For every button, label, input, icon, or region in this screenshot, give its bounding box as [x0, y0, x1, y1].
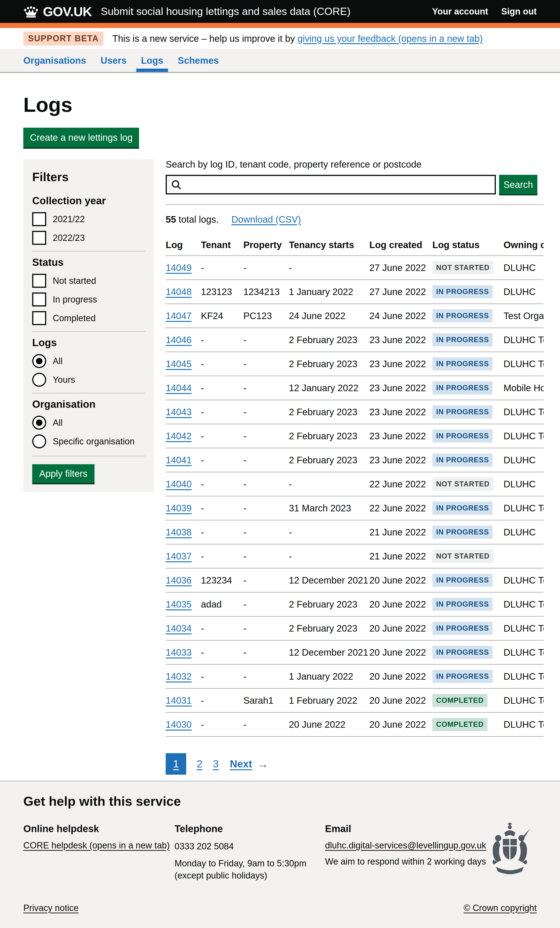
radio-circle[interactable] — [32, 373, 46, 387]
log-id-link[interactable]: 14044 — [166, 383, 192, 393]
core-helpdesk-link[interactable]: CORE helpdesk (opens in a new tab) — [23, 841, 169, 850]
radio-circle[interactable] — [32, 354, 46, 368]
table-row: 14047KF24PC12324 June 202224 June 2022IN… — [166, 304, 544, 328]
created-cell: 20 June 2022 — [369, 592, 432, 617]
govuk-header: GOV.UK Submit social housing lettings an… — [0, 0, 560, 28]
filter-group-heading: Status — [32, 256, 145, 268]
total-logs-suffix: total logs. — [176, 214, 219, 224]
pagination-page-2[interactable]: 2 — [197, 758, 202, 770]
privacy-notice-link[interactable]: Privacy notice — [23, 903, 79, 913]
table-row: 14030--20 June 202220 June 2022COMPLETED… — [166, 713, 544, 737]
pagination-page-3[interactable]: 3 — [213, 758, 218, 770]
owning-organisation-cell: DLUHC Test — [504, 617, 544, 641]
checkbox-in-progress[interactable]: In progress — [32, 293, 145, 307]
total-logs-count: 55 — [166, 214, 176, 224]
tenancy-starts-cell: 2 February 2023 — [289, 592, 369, 617]
service-name-link[interactable]: Submit social housing lettings and sales… — [101, 5, 351, 17]
created-cell: 27 June 2022 — [369, 256, 432, 280]
checkbox-2022-23[interactable]: 2022/23 — [32, 231, 145, 245]
table-row: 14036123234-12 December 202120 June 2022… — [166, 568, 544, 592]
radio-yours[interactable]: Yours — [32, 373, 145, 387]
table-row: 14041--2 February 202323 June 2022IN PRO… — [166, 448, 544, 472]
email-link[interactable]: dluhc.digital-services@levellingup.gov.u… — [325, 841, 486, 850]
log-id-link[interactable]: 14036 — [166, 575, 192, 585]
created-cell: 22 June 2022 — [369, 472, 432, 496]
log-id-link[interactable]: 14037 — [166, 551, 192, 561]
column-header-tenant: Tenant — [201, 235, 243, 256]
download-csv-link[interactable]: Download (CSV) — [232, 214, 301, 224]
tenancy-starts-cell: 2 February 2023 — [289, 617, 369, 641]
radio-circle[interactable] — [32, 434, 46, 448]
telephone-hours: Monday to Friday, 9am to 5:30pm(except p… — [174, 858, 325, 882]
log-id-link[interactable]: 14047 — [166, 311, 192, 321]
option-label: 2021/22 — [53, 214, 85, 224]
log-id-link[interactable]: 14032 — [166, 671, 192, 682]
search-icon — [171, 179, 182, 190]
log-id-link[interactable]: 14038 — [166, 527, 192, 537]
sign-out-link[interactable]: Sign out — [501, 6, 537, 17]
property-cell: 1234213 — [243, 280, 289, 304]
checkbox-completed[interactable]: Completed — [32, 311, 145, 325]
nav-tab-organisations[interactable]: Organisations — [23, 49, 86, 72]
log-id-link[interactable]: 14042 — [166, 431, 192, 441]
tenancy-starts-cell: - — [289, 472, 369, 496]
crown-copyright-link[interactable]: © Crown copyright — [464, 903, 537, 913]
log-id-link[interactable]: 14045 — [166, 359, 192, 369]
status-badge: IN PROGRESS — [432, 453, 493, 467]
log-id-link[interactable]: 14041 — [166, 455, 192, 465]
apply-filters-button[interactable]: Apply filters — [32, 464, 95, 483]
log-id-link[interactable]: 14033 — [166, 647, 192, 658]
log-id-link[interactable]: 14031 — [166, 695, 192, 705]
checkbox-box[interactable] — [32, 231, 46, 245]
created-cell: 21 June 2022 — [369, 520, 432, 544]
tenancy-starts-cell: - — [289, 544, 369, 568]
owning-organisation-cell: DLUHC Test — [504, 592, 544, 617]
checkbox-2021-22[interactable]: 2021/22 — [32, 212, 145, 226]
checkbox-box[interactable] — [32, 212, 46, 226]
log-id-link[interactable]: 14043 — [166, 407, 192, 417]
page-title: Logs — [23, 94, 544, 116]
property-cell: - — [243, 713, 289, 737]
radio-all[interactable]: All — [32, 354, 145, 368]
property-cell: - — [243, 568, 289, 592]
property-cell: - — [243, 641, 289, 664]
logs-table-clip: LogTenantPropertyTenancy startsLog creat… — [166, 235, 544, 737]
checkbox-not-started[interactable]: Not started — [32, 274, 145, 288]
tenant-cell: KF24 — [201, 304, 243, 328]
log-id-link[interactable]: 14039 — [166, 503, 192, 513]
radio-all[interactable]: All — [32, 416, 145, 430]
log-id-link[interactable]: 14030 — [166, 719, 192, 730]
log-id-link[interactable]: 14049 — [166, 263, 192, 273]
log-id-link[interactable]: 14034 — [166, 623, 192, 633]
property-cell: - — [243, 472, 289, 496]
search-button[interactable]: Search — [499, 175, 537, 194]
feedback-link[interactable]: giving us your feedback (opens in a new … — [298, 34, 483, 44]
your-account-link[interactable]: Your account — [432, 6, 488, 17]
log-id-link[interactable]: 14046 — [166, 335, 192, 345]
log-id-link[interactable]: 14040 — [166, 479, 192, 489]
table-header-row: LogTenantPropertyTenancy startsLog creat… — [166, 235, 544, 256]
radio-circle[interactable] — [32, 416, 46, 430]
pagination-page-1-current[interactable]: 1 — [166, 753, 186, 775]
footer-telephone-column: Telephone 0333 202 5084 Monday to Friday… — [174, 823, 325, 882]
checkbox-box[interactable] — [32, 311, 46, 325]
footer-helpdesk-column: Online helpdesk CORE helpdesk (opens in … — [23, 823, 174, 882]
created-cell: 22 June 2022 — [369, 496, 432, 520]
log-id-link[interactable]: 14035 — [166, 599, 192, 609]
checkbox-box[interactable] — [32, 293, 46, 307]
nav-tab-schemes[interactable]: Schemes — [178, 49, 219, 72]
tenancy-starts-cell: 1 January 2022 — [289, 280, 369, 304]
create-lettings-log-button[interactable]: Create a new lettings log — [23, 128, 139, 148]
log-id-link[interactable]: 14048 — [166, 287, 192, 297]
checkbox-box[interactable] — [32, 274, 46, 288]
search-input[interactable] — [166, 175, 496, 194]
pagination-next-link[interactable]: Next — [230, 758, 252, 770]
nav-tab-users[interactable]: Users — [101, 49, 127, 72]
table-row: 14032--1 January 202220 June 2022IN PROG… — [166, 664, 544, 688]
radio-specific-organisation[interactable]: Specific organisation — [32, 434, 145, 448]
pagination-next-arrow-icon[interactable]: → — [257, 758, 269, 771]
govuk-logo[interactable]: GOV.UK — [23, 4, 92, 19]
nav-tab-logs[interactable]: Logs — [141, 49, 163, 72]
owning-organisation-cell: DLUHC — [504, 256, 544, 280]
property-cell: - — [243, 592, 289, 617]
